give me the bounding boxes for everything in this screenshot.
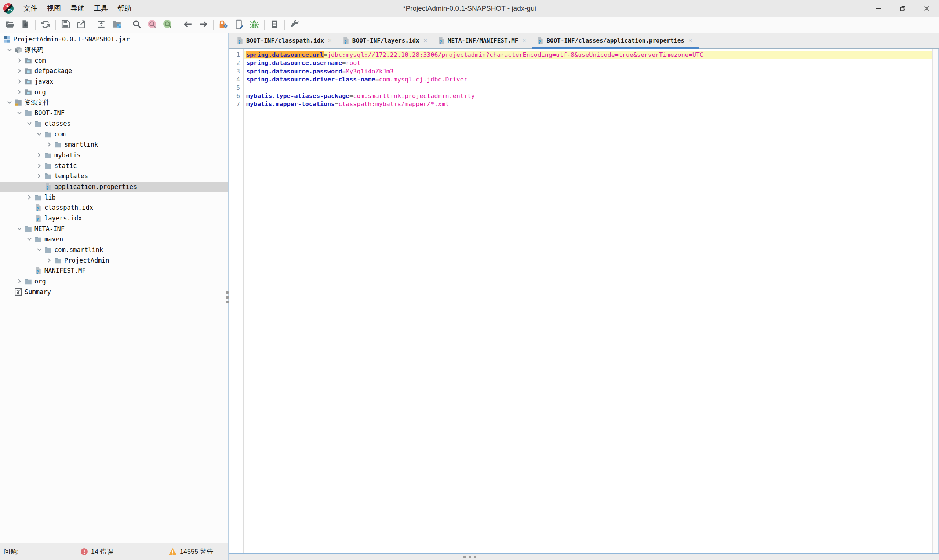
- chevron-expanded-icon[interactable]: [24, 123, 34, 124]
- tree-item-smartlink[interactable]: smartlink: [0, 139, 228, 150]
- chevron-collapsed-icon[interactable]: [14, 80, 24, 83]
- menu-item-4[interactable]: 工具: [89, 0, 113, 17]
- add-files-button[interactable]: [18, 18, 33, 32]
- tree-item-label: org: [34, 88, 46, 96]
- chevron-expanded-icon[interactable]: [5, 102, 14, 103]
- chevron-expanded-icon[interactable]: [14, 112, 24, 114]
- export-button[interactable]: [73, 18, 89, 32]
- tree-item-maven[interactable]: maven: [0, 234, 228, 245]
- tree-item-summary[interactable]: Summary: [0, 287, 228, 297]
- preferences-button[interactable]: [287, 18, 302, 32]
- bottom-splitter[interactable]: [228, 554, 939, 560]
- tab-label: BOOT-INF/classes/application.properties: [546, 37, 685, 44]
- tree-item-lib[interactable]: lib: [0, 192, 228, 202]
- svg-text:?: ?: [36, 207, 39, 212]
- tree-item-projectadmin-0.0.1-snapshot.jar[interactable]: ProjectAdmin-0.0.1-SNAPSHOT.jar: [0, 34, 228, 45]
- reload-button[interactable]: [38, 18, 53, 32]
- tab-close-icon[interactable]: ×: [424, 37, 427, 45]
- menu-item-1[interactable]: 文件: [19, 0, 42, 17]
- tree-item--[interactable]: 资源文件: [0, 97, 228, 108]
- vertical-scrollbar[interactable]: [933, 49, 938, 553]
- open-file-button[interactable]: [2, 18, 18, 32]
- tab-4-active[interactable]: ?BOOT-INF/classes/application.properties…: [532, 33, 698, 48]
- tree-item-label: org: [34, 278, 46, 285]
- chevron-collapsed-icon[interactable]: [14, 280, 24, 283]
- tab-close-icon[interactable]: ×: [328, 37, 332, 45]
- script-editor-button[interactable]: [231, 18, 247, 32]
- sync-with-editor-button[interactable]: [94, 18, 109, 32]
- chevron-collapsed-icon[interactable]: [14, 59, 24, 62]
- tree-item-org[interactable]: org: [0, 276, 228, 287]
- tree-item-application.properties[interactable]: ?application.properties: [0, 182, 228, 192]
- package-folder-icon: [24, 67, 32, 75]
- error-summary: 14 错误: [80, 547, 113, 556]
- tab-2[interactable]: ?BOOT-INF/layers.idx×: [338, 33, 434, 48]
- tree-item-org[interactable]: org: [0, 86, 228, 97]
- chevron-collapsed-icon[interactable]: [24, 196, 34, 199]
- tree-item-layers.idx[interactable]: ?layers.idx: [0, 213, 228, 224]
- chevron-expanded-icon[interactable]: [24, 238, 34, 240]
- log-viewer-button[interactable]: [267, 18, 282, 32]
- chevron-expanded-icon[interactable]: [34, 249, 44, 251]
- save-all-button[interactable]: [58, 18, 73, 32]
- comment-search-button[interactable]: [160, 18, 176, 32]
- restore-button[interactable]: [891, 0, 915, 17]
- chevron-collapsed-icon[interactable]: [44, 259, 54, 262]
- deobfuscation-button[interactable]: [216, 18, 231, 32]
- quark-engine-button[interactable]: [247, 18, 262, 32]
- tree-item-classes[interactable]: classes: [0, 118, 228, 129]
- tree-item-defpackage[interactable]: defpackage: [0, 66, 228, 76]
- minimize-button[interactable]: [867, 0, 891, 17]
- splitter-grip-icon[interactable]: [226, 291, 228, 303]
- chevron-expanded-icon[interactable]: [34, 134, 44, 135]
- chevron-collapsed-icon[interactable]: [14, 69, 24, 72]
- folder-icon: [44, 162, 52, 169]
- toolbar-separator: [56, 20, 56, 30]
- package-folder-icon: [24, 78, 32, 85]
- tab-close-icon[interactable]: ×: [522, 37, 526, 45]
- tab-close-icon[interactable]: ×: [688, 37, 692, 45]
- chevron-expanded-icon[interactable]: [14, 228, 24, 229]
- tree-item-label: templates: [54, 172, 88, 180]
- tab-3[interactable]: ?META-INF/MANIFEST.MF×: [434, 33, 533, 48]
- chevron-collapsed-icon[interactable]: [44, 143, 54, 146]
- tree-item-mybatis[interactable]: mybatis: [0, 150, 228, 161]
- tree-item-classpath.idx[interactable]: ?classpath.idx: [0, 202, 228, 213]
- tree-item-boot-inf[interactable]: BOOT-INF: [0, 108, 228, 118]
- toolbar-separator: [264, 20, 265, 30]
- nav-back-button[interactable]: [180, 18, 196, 32]
- tree-item-templates[interactable]: templates: [0, 171, 228, 182]
- nav-forward-button[interactable]: [196, 18, 211, 32]
- chevron-collapsed-icon[interactable]: [14, 91, 24, 94]
- tree-item-manifest.mf[interactable]: ?MANIFEST.MF: [0, 266, 228, 276]
- chevron-collapsed-icon[interactable]: [34, 175, 44, 177]
- menu-item-5[interactable]: 帮助: [113, 0, 136, 17]
- menu-item-2[interactable]: 视图: [42, 0, 66, 17]
- file-question-icon: ?: [537, 37, 543, 45]
- close-button[interactable]: [915, 0, 939, 17]
- tree-item-meta-inf[interactable]: META-INF: [0, 223, 228, 234]
- folder-icon: [34, 120, 42, 127]
- chevron-collapsed-icon[interactable]: [34, 164, 44, 167]
- chevron-collapsed-icon[interactable]: [34, 154, 44, 157]
- bottom-splitter-grip-icon[interactable]: [463, 555, 476, 558]
- tree-item-projectadmin[interactable]: ProjectAdmin: [0, 255, 228, 266]
- tree-item-com[interactable]: com: [0, 55, 228, 66]
- tree-item-com[interactable]: com: [0, 129, 228, 139]
- tree-item-com.smartlink[interactable]: com.smartlink: [0, 245, 228, 255]
- menu-item-3[interactable]: 导航: [66, 0, 89, 17]
- code-editor[interactable]: spring.datasource.url=jdbc:mysql://172.2…: [244, 49, 933, 553]
- panel-splitter[interactable]: [228, 33, 228, 560]
- chevron-expanded-icon[interactable]: [5, 49, 14, 51]
- tab-1[interactable]: ?BOOT-INF/classpath.idx×: [232, 33, 338, 48]
- class-search-button[interactable]: [145, 18, 160, 32]
- property-key: spring.datasource.url: [246, 51, 324, 58]
- file-question-icon: ?: [34, 215, 42, 222]
- text-search-button[interactable]: [129, 18, 145, 32]
- tree-item-javax[interactable]: javax: [0, 76, 228, 87]
- tree-item-static[interactable]: static: [0, 160, 228, 171]
- flat-packages-button[interactable]: [109, 18, 124, 32]
- tree-item--[interactable]: 源代码: [0, 45, 228, 55]
- equals-sign: =: [375, 75, 379, 83]
- tree-item-label: ProjectAdmin: [64, 257, 109, 264]
